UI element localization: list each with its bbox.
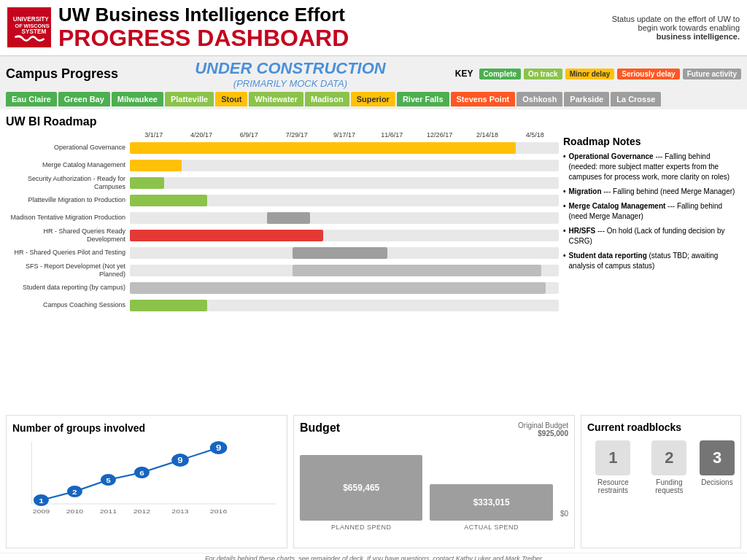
main-content: UW BI Roadmap 3/1/17 4/20/17 6/9/17 7/29… — [0, 109, 747, 411]
key-serious: Seriously delay — [617, 69, 679, 79]
status-text: Status update on the effort of UW to beg… — [612, 15, 740, 32]
svg-text:2013: 2013 — [171, 508, 188, 515]
gantt-label-security: Security Authorization - Ready for Campu… — [6, 175, 130, 191]
rb-funding-box: 2 — [651, 440, 686, 475]
roadmap-section: UW BI Roadmap 3/1/17 4/20/17 6/9/17 7/29… — [0, 109, 747, 411]
tab-madison[interactable]: Madison — [305, 92, 349, 106]
tl-label-6: 11/6/17 — [368, 131, 416, 139]
svg-text:2010: 2010 — [66, 508, 83, 515]
budget-original-amount: $925,000 — [518, 429, 568, 438]
gantt-bar-hr-pilot — [293, 247, 387, 259]
rb-resource-box: 1 — [595, 440, 630, 475]
tab-superior[interactable]: Superior — [351, 92, 395, 106]
roadmap-container: 3/1/17 4/20/17 6/9/17 7/29/17 9/17/17 11… — [6, 131, 741, 315]
uc-sub: (PRIMARILY MOCK DATA) — [133, 78, 448, 89]
budget-original-label: Original Budget — [518, 421, 568, 429]
gantt-bar-operational — [130, 142, 516, 154]
tl-label-2: 4/20/17 — [177, 131, 225, 139]
note-merge-catalog: • Merge Catalog Management --- Falling b… — [563, 201, 737, 222]
gantt-row-security: Security Authorization - Ready for Campu… — [6, 175, 559, 191]
tab-platteville[interactable]: Platteville — [165, 92, 214, 106]
gantt-bar-security — [130, 177, 164, 189]
svg-text:2012: 2012 — [133, 508, 150, 515]
rb-funding-label: Funding requests — [646, 478, 692, 494]
rb-resource-label: Resource restraints — [587, 478, 639, 494]
key-label: KEY — [455, 69, 473, 79]
roadblocks-items: 1 Resource restraints 2 Funding requests… — [587, 440, 735, 494]
svg-text:9: 9 — [177, 456, 183, 464]
budget-planned-bar: $659,465 — [300, 455, 422, 521]
gantt-row-madison: Madison Tentative Migration Production — [6, 210, 559, 226]
rb-funding: 2 Funding requests — [646, 440, 692, 494]
campus-title: Campus Progress — [6, 66, 118, 82]
sub-title: PROGRESS DASHBOARD — [58, 26, 594, 51]
tab-whitewater[interactable]: Whitewater — [249, 92, 303, 106]
title-block: UW Business Intelligence Effort PROGRESS… — [58, 4, 594, 51]
rb-resource: 1 Resource restraints — [587, 440, 639, 494]
tl-label-9: 4/5/18 — [511, 131, 559, 139]
line-chart: 1 2 5 6 9 9 2009 2010 2011 2012 2013 201… — [12, 435, 281, 515]
gantt-bar-sfs — [293, 265, 541, 276]
uc-main: UNDER CONSTRUCTION — [133, 59, 448, 78]
budget-planned-amount: $659,465 — [343, 483, 379, 493]
tab-oshkosh[interactable]: Oshkosh — [516, 92, 562, 106]
notes-title: Roadmap Notes — [563, 136, 737, 147]
budget-zero: $0 — [560, 510, 568, 518]
gantt-row-coaching: Campus Coaching Sessions — [6, 298, 559, 314]
tl-label-5: 9/17/17 — [320, 131, 368, 139]
tab-milwaukee[interactable]: Milwaukee — [112, 92, 163, 106]
gantt-label-platteville: Platteville Migration to Production — [6, 196, 130, 204]
header: UNIVERSITY OF WISCONSIN SYSTEM UW Busine… — [0, 0, 747, 56]
budget-panel: Budget Original Budget $925,000 $659,465… — [293, 415, 575, 548]
svg-text:SYSTEM: SYSTEM — [21, 28, 46, 35]
svg-text:2: 2 — [72, 488, 77, 495]
gantt-row-merge: Merge Catalog Management — [6, 158, 559, 174]
svg-text:6: 6 — [139, 469, 144, 476]
gantt-label-merge: Merge Catalog Management — [6, 161, 130, 169]
main-title: UW Business Intelligence Effort — [58, 4, 594, 26]
gantt-label-sfs: SFS - Report Developmet (Not yet Planned… — [6, 262, 130, 279]
budget-title: Budget — [300, 421, 340, 435]
gantt-row-platteville: Platteville Migration to Production — [6, 192, 559, 209]
timeline-header: 3/1/17 4/20/17 6/9/17 7/29/17 9/17/17 11… — [130, 131, 559, 139]
gantt-bar-merge — [130, 160, 182, 171]
gantt-row-operational: Operational Governance — [6, 140, 559, 156]
tab-stout[interactable]: Stout — [215, 92, 247, 106]
bottom-panels: Number of groups involved 1 2 5 6 9 9 20… — [0, 411, 747, 553]
tab-green-bay[interactable]: Green Bay — [58, 92, 110, 106]
gantt-bar-student — [130, 282, 546, 294]
budget-actual-label: ACTUAL SPEND — [464, 524, 519, 531]
gantt-row-hr-pilot: HR - Shared Queries Pilot and Testing — [6, 245, 559, 261]
roadmap-notes: Roadmap Notes • Operational Governance -… — [559, 131, 741, 315]
key-future: Future activity — [683, 69, 741, 79]
gantt-label-hr-pilot: HR - Shared Queries Pilot and Testing — [6, 249, 130, 257]
note-hrsfs: • HR/SFS --- On hold (Lack of funding de… — [563, 226, 737, 246]
campus-header-row: Campus Progress UNDER CONSTRUCTION (PRIM… — [6, 59, 741, 89]
gantt-row-hr-dev: HR - Shared Queries Ready Development — [6, 228, 559, 244]
campus-tabs: Eau Claire Green Bay Milwaukee Plattevil… — [6, 92, 741, 106]
tab-parkside[interactable]: Parkside — [564, 92, 609, 106]
tab-eau-claire[interactable]: Eau Claire — [6, 92, 57, 106]
gantt-row-student: Student data reporting (by campus) — [6, 280, 559, 296]
tl-label-1: 3/1/17 — [130, 131, 177, 139]
gantt-rows: Operational Governance Merge Catalog Man… — [6, 140, 559, 314]
roadblocks-title: Current roadblocks — [587, 421, 735, 433]
note-migration: • Migration --- Falling behind (need Mer… — [563, 187, 737, 197]
gantt-track-security — [130, 177, 559, 189]
gantt-row-sfs: SFS - Report Developmet (Not yet Planned… — [6, 262, 559, 279]
roadblocks-panel: Current roadblocks 1 Resource restraints… — [581, 415, 741, 548]
tab-river-falls[interactable]: River Falls — [397, 92, 449, 106]
tab-stevens-point[interactable]: Stevens Point — [451, 92, 516, 106]
under-construction: UNDER CONSTRUCTION (PRIMARILY MOCK DATA) — [133, 59, 448, 89]
gantt-label-student: Student data reporting (by campus) — [6, 284, 130, 292]
rb-decisions-box: 3 — [700, 440, 735, 475]
key-complete: Complete — [479, 69, 522, 79]
svg-text:5: 5 — [106, 476, 111, 483]
gantt-bar-hr-dev — [130, 230, 323, 241]
note-student: • Student data reporting (status TBD; aw… — [563, 251, 737, 271]
tab-la-crosse[interactable]: La Crosse — [611, 92, 661, 106]
key-minor: Minor delay — [565, 69, 615, 79]
budget-actual-amount: $333,015 — [473, 497, 510, 508]
gantt-label-coaching: Campus Coaching Sessions — [6, 301, 130, 309]
tl-label-7: 12/26/17 — [416, 131, 463, 139]
